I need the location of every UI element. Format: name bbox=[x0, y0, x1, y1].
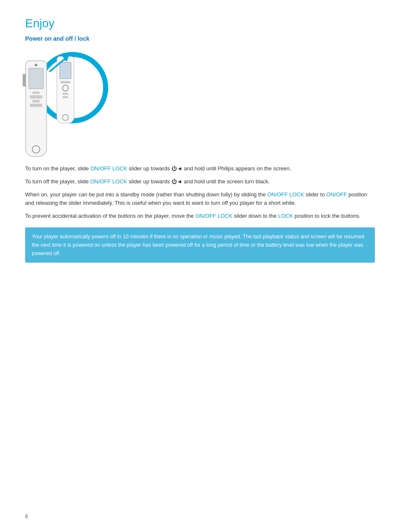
device-inner-zoomed bbox=[57, 56, 74, 123]
device-btn-3 bbox=[32, 100, 40, 102]
para4-h2: LOCK bbox=[278, 213, 293, 219]
para1-text-start: To turn on the player, slide bbox=[25, 165, 90, 172]
para4-h1: ON/OFF LOCK bbox=[195, 213, 232, 219]
inner-circle-btn bbox=[62, 85, 69, 91]
device-top-dot bbox=[35, 64, 37, 66]
section-heading: Power on and off / lock bbox=[25, 35, 375, 42]
para1-highlight: ON/OFF LOCK bbox=[90, 165, 127, 172]
para3-start: When on, your player can be put into a s… bbox=[25, 191, 267, 198]
para2-text-end: slider up towards ⏻◄ and hold until the … bbox=[127, 178, 270, 185]
device-btn-4 bbox=[30, 104, 42, 107]
device-side-button bbox=[23, 74, 26, 86]
inner-screen bbox=[60, 62, 71, 79]
device-screen bbox=[29, 68, 44, 89]
inner-btn-1 bbox=[60, 81, 70, 83]
inner-btn-sm bbox=[62, 93, 68, 95]
paragraph-4: To prevent accidental activation of the … bbox=[25, 212, 375, 221]
device-body bbox=[25, 60, 47, 157]
paragraph-2: To turn off the player, slide ON/OFF LOC… bbox=[25, 177, 375, 186]
para4-end: position to lock the buttons. bbox=[293, 213, 361, 219]
para3-h1: ON/OFF LOCK bbox=[267, 191, 304, 198]
inner-bottom bbox=[62, 114, 69, 121]
para3-h2: ON/OFF bbox=[326, 191, 347, 198]
paragraph-1: To turn on the player, slide ON/OFF LOCK… bbox=[25, 164, 375, 173]
para2-highlight: ON/OFF LOCK bbox=[90, 178, 127, 185]
para4-mid: slider down to the bbox=[232, 213, 278, 219]
page-title: Enjoy bbox=[25, 17, 375, 30]
paragraph-3: When on, your player can be put into a s… bbox=[25, 190, 375, 208]
device-btn-2 bbox=[30, 95, 42, 99]
page-number: 6 bbox=[25, 514, 28, 519]
para4-start: To prevent accidental activation of the … bbox=[25, 213, 195, 219]
device-bottom bbox=[32, 145, 40, 154]
inner-btn-sm-2 bbox=[62, 96, 68, 98]
para2-text-start: To turn off the player, slide bbox=[25, 178, 90, 185]
info-box-text: Your player automatically powers off in … bbox=[32, 234, 364, 256]
device-btn-1 bbox=[32, 91, 40, 94]
device-illustration bbox=[25, 48, 375, 157]
para1-text-end: slider up towards ⏻◄ and hold until Phil… bbox=[127, 165, 291, 172]
para3-mid: slider to bbox=[304, 191, 327, 198]
info-box: Your player automatically powers off in … bbox=[25, 227, 375, 263]
device-btn-group bbox=[28, 91, 44, 107]
